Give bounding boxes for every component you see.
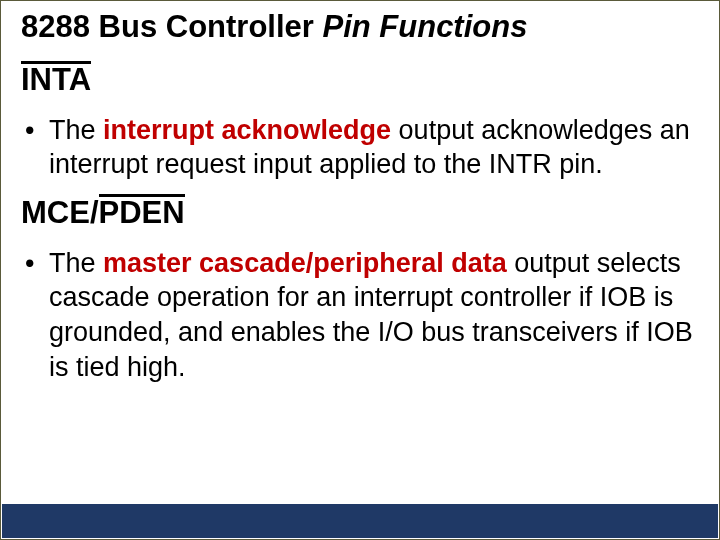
mce-pre: The xyxy=(49,248,103,278)
slide-container: 8288 Bus Controller Pin Functions INTA •… xyxy=(0,0,720,540)
bullet-inta: • The interrupt acknowledge output ackno… xyxy=(21,113,699,182)
pden-overline: PDEN xyxy=(99,196,185,230)
bullet-mce-pden: • The master cascade/peripheral data out… xyxy=(21,246,699,384)
inta-bold: interrupt acknowledge xyxy=(103,115,391,145)
title-text-1: 8288 Bus Controller xyxy=(21,9,322,44)
bullet-text-inta: The interrupt acknowledge output acknowl… xyxy=(49,113,699,182)
bullet-marker: • xyxy=(21,246,49,384)
title-text-2: Pin Functions xyxy=(322,9,527,44)
footer-bar xyxy=(2,504,718,538)
mce-text: MCE/ xyxy=(21,195,99,230)
inta-pre: The xyxy=(49,115,103,145)
slide-title: 8288 Bus Controller Pin Functions xyxy=(21,9,699,45)
inta-overline: INTA xyxy=(21,63,91,97)
section-heading-mce-pden: MCE/PDEN xyxy=(21,196,699,230)
bullet-marker: • xyxy=(21,113,49,182)
section-heading-inta: INTA xyxy=(21,63,699,97)
mce-bold: master cascade/peripheral data xyxy=(103,248,507,278)
bullet-text-mce: The master cascade/peripheral data outpu… xyxy=(49,246,699,384)
